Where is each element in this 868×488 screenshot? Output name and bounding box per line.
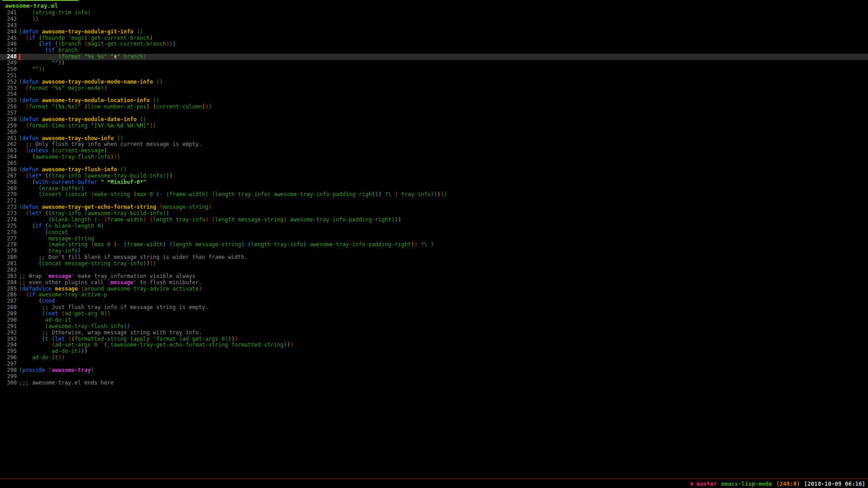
code-text: message-string: [19, 236, 94, 242]
code-line[interactable]: 296 ad-do-it)): [0, 355, 868, 361]
line-number: 275: [0, 223, 17, 230]
code-line[interactable]: 284;; even other plugins call `message' …: [0, 280, 868, 286]
code-text: (awesome-tray-flush-info)): [19, 324, 130, 330]
code-text: (let* ((tray-info (awesome-tray-build-in…: [19, 173, 173, 179]
code-line[interactable]: 280 ;; Don't fill blank if message strin…: [0, 254, 868, 261]
code-line[interactable]: 260: [0, 129, 868, 136]
buffer-tab-awesome-tray[interactable]: awesome-tray.el: [2, 0, 79, 9]
code-text: (concat message-string tray-info)))): [19, 261, 156, 267]
code-text: (ad-set-args 0 `(,(awesome-tray-get-echo…: [19, 342, 293, 348]
git-branch-label[interactable]: master: [697, 480, 717, 487]
code-line[interactable]: 285(defadvice message (around awesome-tr…: [0, 286, 868, 292]
line-number: 296: [0, 355, 17, 361]
code-line[interactable]: 259 (format-time-string "[%Y-%m-%d %H:%M…: [0, 123, 868, 129]
code-area[interactable]: 241 (string-trim info)242 ))243244(defun…: [0, 10, 868, 386]
code-text: (defun awesome-tray-module-date-info (): [19, 117, 146, 123]
tab-bar: awesome-tray.el: [0, 0, 868, 10]
code-line[interactable]: 298(provide 'awesome-tray): [0, 367, 868, 374]
code-line[interactable]: 279 tray-info): [0, 248, 868, 254]
line-number: 295: [0, 348, 17, 355]
code-line[interactable]: 295 ad-do-it))): [0, 348, 868, 355]
code-line[interactable]: 291 (awesome-tray-flush-info)): [0, 324, 868, 330]
code-line[interactable]: 288 ;; Just flush tray info if message s…: [0, 305, 868, 311]
code-line[interactable]: 265: [0, 160, 868, 167]
code-text: (if (fboundp 'magit-get-current-branch): [19, 35, 153, 42]
code-line[interactable]: 273 (let* ((tray-info (awesome-tray-buil…: [0, 211, 868, 217]
code-text: ;; Only flush tray info when current mes…: [19, 141, 202, 148]
code-line[interactable]: 278 (make-string (max 0 (- (frame-width)…: [0, 242, 868, 248]
code-line[interactable]: 275 (if (> blank-length 0): [0, 223, 868, 230]
code-text: (format-time-string "[%Y-%m-%d %H:%M]")): [19, 123, 156, 129]
code-line[interactable]: 266(defun awesome-tray-flush-info (): [0, 167, 868, 173]
code-line[interactable]: 258(defun awesome-tray-module-date-info …: [0, 117, 868, 123]
code-text: (unless (current-message): [19, 148, 107, 154]
code-line[interactable]: 247 (if branch: [0, 47, 868, 54]
code-line[interactable]: 294 (ad-set-args 0 `(,(awesome-tray-get-…: [0, 342, 868, 348]
code-line[interactable]: 271: [0, 198, 868, 204]
code-line[interactable]: 246 (let ((branch (magit-get-current-bra…: [0, 41, 868, 47]
code-line[interactable]: 251: [0, 73, 868, 79]
code-line[interactable]: 242 )): [0, 16, 868, 23]
code-line[interactable]: 274 (blank-length (- (frame-width) (leng…: [0, 217, 868, 223]
code-text: ;; Otherwise, wrap message string with t…: [19, 330, 202, 336]
code-line[interactable]: 255(defun awesome-tray-module-location-i…: [0, 98, 868, 104]
code-line[interactable]: 290 ad-do-it: [0, 317, 868, 324]
code-line[interactable]: 262 ;; Only flush tray info when current…: [0, 141, 868, 148]
code-text: (with-current-buffer " *Minibuf-0*": [19, 179, 146, 186]
code-line[interactable]: 252(defun awesome-tray-module-mode-name-…: [0, 79, 868, 85]
line-number: 268: [0, 179, 17, 186]
code-line[interactable]: 241 (string-trim info): [0, 10, 868, 16]
code-line[interactable]: 244(defun awesome-tray-module-git-info (…: [0, 29, 868, 35]
code-line[interactable]: 292 ;; Otherwise, wrap message string wi…: [0, 330, 868, 336]
code-text: (concat: [19, 230, 68, 236]
code-line[interactable]: 272(defun awesome-tray-get-echo-format-s…: [0, 204, 868, 211]
line-number: 288: [0, 305, 17, 311]
code-line[interactable]: 300;;; awesome-tray.el ends here: [0, 380, 868, 386]
line-number: 291: [0, 324, 17, 330]
code-text: ;; Wrap `message' make tray information …: [19, 273, 195, 280]
code-text: "")): [19, 66, 45, 73]
code-line[interactable]: 263 (unless (current-message): [0, 148, 868, 154]
code-line[interactable]: 282: [0, 267, 868, 273]
code-text: tray-info): [19, 248, 81, 254]
code-line[interactable]: 289 ((not (ad-get-arg 0)): [0, 311, 868, 317]
line-number: 282: [0, 267, 17, 273]
code-line[interactable]: 267 (let* ((tray-info (awesome-tray-buil…: [0, 173, 868, 179]
code-line[interactable]: 257: [0, 110, 868, 117]
code-line[interactable]: 243: [0, 23, 868, 29]
major-mode-label[interactable]: emacs-lisp-mode: [721, 480, 772, 487]
code-line[interactable]: 261(defun awesome-tray-show-info (): [0, 136, 868, 142]
line-number: 276: [0, 230, 17, 236]
code-line[interactable]: 286 (if awesome-tray-active-p: [0, 292, 868, 298]
line-number: 271: [0, 198, 17, 204]
line-number: 293: [0, 336, 17, 343]
code-line[interactable]: 269 (erase-buffer): [0, 186, 868, 192]
code-line[interactable]: 254: [0, 91, 868, 98]
code-line[interactable]: 293 (t (let ((formatted-string (apply 'f…: [0, 336, 868, 343]
code-line[interactable]: 250 "")): [0, 66, 868, 73]
code-text: (defun awesome-tray-module-git-info (): [19, 29, 143, 35]
code-line[interactable]: 245 (if (fboundp 'magit-get-current-bran…: [0, 35, 868, 42]
code-line[interactable]: 264 (awesome-tray-flush-info))): [0, 154, 868, 160]
line-number: 280: [0, 254, 17, 261]
line-number: 270: [0, 192, 17, 198]
code-text: ;; Just flush tray info if message strin…: [19, 305, 208, 311]
git-rook-icon: ♜: [690, 480, 693, 487]
code-line[interactable]: 277 message-string: [0, 236, 868, 242]
code-line[interactable]: 297: [0, 361, 868, 367]
code-text: (format "(%s:%s)" (line-number-at-pos) (…: [19, 104, 212, 110]
code-line[interactable]: 287 (cond: [0, 298, 868, 305]
code-line[interactable]: 281 (concat message-string tray-info)))): [0, 261, 868, 267]
line-number: 273: [0, 211, 17, 217]
code-line[interactable]: 256 (format "(%s:%s)" (line-number-at-po…: [0, 104, 868, 110]
code-line[interactable]: 276 (concat: [0, 230, 868, 236]
code-line[interactable]: 270 (insert (concat (make-string (max 0 …: [0, 192, 868, 198]
code-line[interactable]: 283;; Wrap `message' make tray informati…: [0, 273, 868, 280]
code-text: ;; Don't fill blank if message string is…: [19, 254, 248, 261]
code-line[interactable]: 248 (format "%s %s" "♜" branch): [0, 54, 868, 60]
code-line[interactable]: 253 (format "%s" major-mode)): [0, 85, 868, 92]
code-line[interactable]: 299: [0, 374, 868, 380]
code-line[interactable]: 268 (with-current-buffer " *Minibuf-0*": [0, 179, 868, 186]
code-text: (blank-length (- (frame-width) (length t…: [19, 217, 401, 223]
code-line[interactable]: 249 "")): [0, 60, 868, 66]
